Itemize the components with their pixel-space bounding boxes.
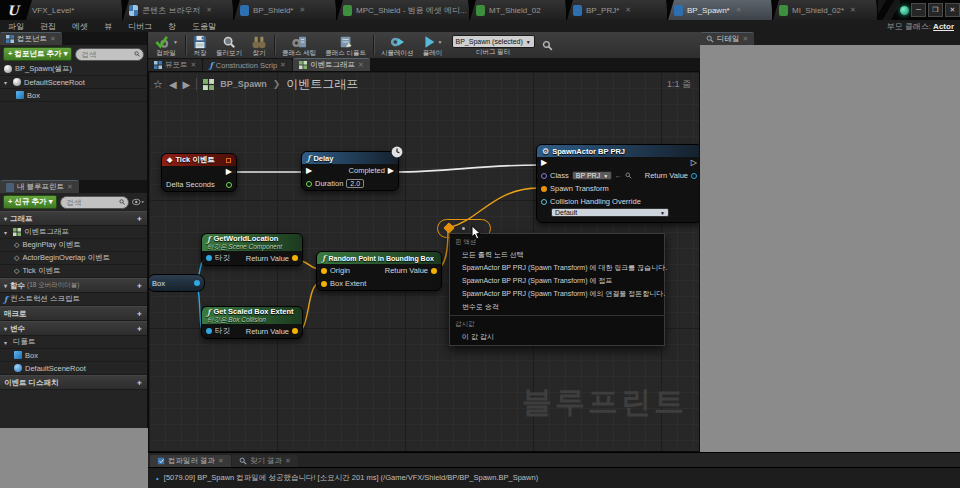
collision-handling-pin[interactable] bbox=[541, 199, 547, 205]
close-icon[interactable]: ✕ bbox=[736, 6, 742, 14]
tab-content-browser[interactable]: 콘텐츠 브라우저✕ bbox=[123, 0, 234, 20]
compile-button[interactable]: ▼ 컴파일 bbox=[150, 33, 182, 58]
target-pin[interactable] bbox=[206, 328, 212, 334]
close-icon[interactable]: ✕ bbox=[358, 61, 364, 69]
menu-help[interactable]: 도움말 bbox=[184, 21, 224, 32]
row-beginplay-event[interactable]: ◇ BeginPlay 이벤트 bbox=[0, 239, 147, 252]
class-defaults-button[interactable]: 클래스 디폴트 bbox=[321, 33, 370, 58]
tab-mt-shield[interactable]: MT_Shield_02 bbox=[470, 0, 567, 20]
class-select-dropdown[interactable]: BP PRJ ▼ bbox=[572, 171, 612, 180]
tab-construction-script[interactable]: ƒ Construction Scrip ✕ bbox=[203, 59, 292, 71]
tab-my-blueprint[interactable]: 내 블루프린트 ✕ bbox=[0, 180, 79, 193]
row-overlap-event[interactable]: ◇ ActorBeginOverlap 이벤트 bbox=[0, 252, 147, 265]
back-arrow-icon[interactable]: ◀ bbox=[169, 79, 177, 90]
return-value-pin[interactable] bbox=[292, 328, 298, 334]
simulate-button[interactable]: 시뮬레이션 bbox=[377, 33, 418, 58]
close-icon[interactable]: ✕ bbox=[850, 6, 856, 14]
add-graph-button[interactable]: ＋ bbox=[136, 214, 144, 224]
node-random-point[interactable]: ƒ Random Point in Bounding Box Origin Re… bbox=[316, 251, 442, 291]
components-search[interactable] bbox=[75, 48, 144, 61]
close-icon[interactable]: ✕ bbox=[67, 183, 73, 191]
add-variable-button[interactable]: ＋ bbox=[136, 324, 144, 334]
tab-viewport[interactable]: 뷰포트 ✕ bbox=[148, 59, 202, 71]
return-value-pin[interactable] bbox=[691, 173, 697, 179]
duration-value-field[interactable]: 2.0 bbox=[346, 179, 364, 188]
use-selected-icon[interactable]: ← bbox=[615, 172, 622, 179]
box-output-pin[interactable] bbox=[194, 280, 200, 286]
eye-filter-icon[interactable] bbox=[132, 198, 144, 206]
return-value-pin[interactable] bbox=[292, 255, 298, 261]
spawn-transform-pin[interactable] bbox=[541, 186, 547, 192]
parent-class-link[interactable]: Actor bbox=[933, 22, 954, 31]
origin-pin[interactable] bbox=[321, 268, 327, 274]
section-dispatchers[interactable]: 이벤트 디스패치 ＋ bbox=[0, 375, 147, 390]
menu-debug[interactable]: 디버그 bbox=[120, 21, 160, 32]
tab-find-results[interactable]: 찾기 결과 ✕ bbox=[232, 455, 298, 467]
exec-in-pin[interactable]: ▶ bbox=[541, 159, 547, 167]
delta-seconds-pin[interactable] bbox=[226, 182, 232, 188]
completed-exec-pin[interactable]: ▶ bbox=[388, 167, 394, 175]
expand-caret-icon[interactable]: ▾ bbox=[4, 229, 10, 236]
node-getworldlocation[interactable]: ƒGetWorldLocation 타깃은 Scene Component 타깃… bbox=[201, 233, 303, 266]
breadcrumb-root[interactable]: BP_Spawn bbox=[220, 79, 267, 89]
return-value-pin[interactable] bbox=[431, 268, 437, 274]
my-blueprint-search[interactable] bbox=[60, 196, 129, 209]
target-pin[interactable] bbox=[206, 255, 212, 261]
debug-object-dropdown[interactable]: BP_Spawn (selected) ▼ bbox=[452, 35, 535, 48]
compiler-log[interactable]: • [5079.09] BP_Spawn 컴파일에 성공했습니다! [소요시간 … bbox=[148, 467, 960, 488]
find-button[interactable]: 찾기 bbox=[247, 33, 271, 58]
debug-search-icon[interactable] bbox=[542, 40, 553, 51]
menu-item-select-output-nodes[interactable]: 모든 출력 노드 선택 bbox=[450, 248, 664, 261]
node-box-getter[interactable]: Box bbox=[148, 274, 205, 292]
tab-compiler-results[interactable]: 컴파일러 결과 ✕ bbox=[150, 455, 231, 467]
row-eventgraph[interactable]: ▾ 이벤트그래프 bbox=[0, 226, 147, 239]
node-spawnactor[interactable]: ⚙ SpawnActor BP PRJ ▶ ▷ Class BP PRJ ▼ ←… bbox=[536, 144, 700, 223]
expand-caret-icon[interactable]: ▾ bbox=[4, 339, 10, 346]
play-button[interactable]: ▼ 플레이 bbox=[419, 33, 447, 58]
class-settings-button[interactable]: 클래스 세팅 bbox=[278, 33, 320, 58]
components-search-input[interactable] bbox=[79, 49, 131, 60]
tab-details[interactable]: 디테일 ✕ bbox=[700, 32, 754, 45]
save-button[interactable]: 저장 bbox=[189, 33, 211, 58]
exec-out-pin[interactable]: ▷ bbox=[691, 159, 697, 167]
node-get-scaled-box-extent[interactable]: ƒGet Scaled Box Extent 타깃은 Box Collision… bbox=[201, 306, 303, 339]
menu-file[interactable]: 파일 bbox=[0, 21, 32, 32]
close-icon[interactable]: ✕ bbox=[743, 35, 749, 43]
add-new-button[interactable]: + 신규 추가 ▾ bbox=[3, 195, 57, 209]
breadcrumb-current[interactable]: 이벤트그래프 bbox=[286, 76, 358, 93]
node-tick-event[interactable]: ◈ Tick 이벤트 ▶ Delta Seconds bbox=[161, 153, 237, 192]
box-extent-pin[interactable] bbox=[321, 281, 327, 287]
component-row-self[interactable]: BP_Spawn(셀프) bbox=[0, 63, 147, 76]
component-row-root[interactable]: ▾ DefaultSceneRoot bbox=[0, 76, 147, 89]
row-construction-script[interactable]: ƒ 컨스트럭션 스크립트 bbox=[0, 293, 147, 306]
section-functions[interactable]: ▾ 함수 (18 오버라이더블) ＋ bbox=[0, 278, 147, 293]
my-blueprint-search-input[interactable] bbox=[64, 197, 116, 208]
section-variables[interactable]: ▾ 변수 ＋ bbox=[0, 321, 147, 336]
close-icon[interactable]: ✕ bbox=[50, 35, 56, 43]
browse-button[interactable]: 둘러보기 bbox=[212, 33, 246, 58]
tab-eventgraph[interactable]: 이벤트그래프 ✕ bbox=[293, 58, 370, 71]
node-delay[interactable]: ƒ Delay ▶ Completed ▶ Duration 2.0 bbox=[301, 151, 399, 191]
menu-view[interactable]: 뷰 bbox=[96, 21, 120, 32]
expand-caret-icon[interactable]: ▾ bbox=[4, 79, 10, 86]
favorite-star-icon[interactable]: ☆ bbox=[153, 78, 163, 91]
row-var-box[interactable]: Box bbox=[0, 349, 147, 362]
browse-to-asset-icon[interactable] bbox=[625, 172, 632, 179]
close-icon[interactable]: ✕ bbox=[625, 6, 631, 14]
exec-in-pin[interactable]: ▶ bbox=[306, 167, 312, 175]
forward-arrow-icon[interactable]: ▶ bbox=[183, 79, 191, 90]
menu-asset[interactable]: 에셋 bbox=[64, 21, 96, 32]
close-icon[interactable]: ✕ bbox=[280, 61, 286, 69]
close-icon[interactable]: ✕ bbox=[285, 457, 291, 465]
tab-bp-spawn[interactable]: BP_Spawn*✕ bbox=[668, 0, 773, 20]
tab-bp-prj[interactable]: BP_PRJ*✕ bbox=[567, 0, 668, 20]
tab-mi-shield[interactable]: MI_Shield_02*✕ bbox=[773, 0, 878, 20]
tab-bp-shield[interactable]: BP_Shield*✕ bbox=[234, 0, 337, 20]
add-dispatcher-button[interactable]: ＋ bbox=[136, 378, 144, 388]
event-graph-canvas[interactable]: ☆ ◀ ▶ BP_Spawn ❯ 이벤트그래프 1:1 줌 블루프린트 ◈ Ti… bbox=[148, 71, 700, 452]
add-macro-button[interactable]: ＋ bbox=[136, 309, 144, 319]
close-icon[interactable]: ✕ bbox=[191, 61, 197, 69]
close-button[interactable]: ✕ bbox=[945, 3, 960, 17]
section-macros[interactable]: 매크로 ＋ bbox=[0, 306, 147, 321]
menu-item-straighten-connection[interactable]: SpawnActor BP PRJ (Spawn Transform) 에의 연… bbox=[450, 287, 664, 300]
